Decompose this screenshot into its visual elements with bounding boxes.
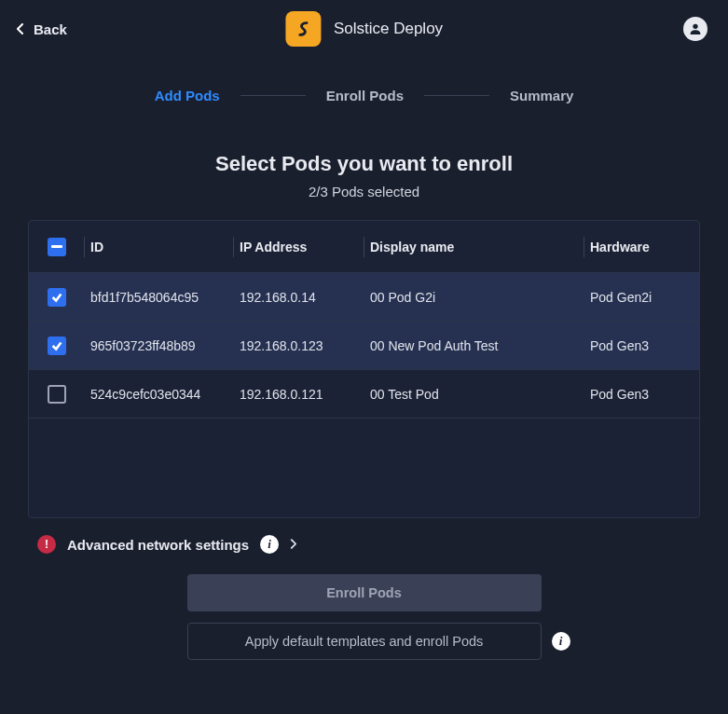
row-checkbox-cell — [40, 385, 85, 404]
step-enroll-pods[interactable]: Enroll Pods — [323, 88, 407, 103]
solstice-icon — [293, 19, 313, 39]
select-all-checkbox[interactable] — [48, 238, 66, 256]
enroll-pods-button[interactable]: Enroll Pods — [187, 574, 542, 611]
svg-point-0 — [693, 24, 697, 29]
row-checkbox-cell — [40, 336, 85, 355]
col-hardware[interactable]: Hardware — [584, 240, 688, 254]
row-checkbox[interactable] — [48, 288, 66, 307]
brand-text: Solstice Deploy — [334, 20, 443, 38]
advanced-settings-toggle[interactable]: ! Advanced network settings i — [37, 535, 691, 554]
apply-templates-button[interactable]: Apply default templates and enroll Pods … — [187, 623, 542, 660]
cell-display: 00 Pod G2i — [364, 290, 584, 305]
step-divider — [424, 95, 489, 96]
apply-templates-label: Apply default templates and enroll Pods — [245, 634, 484, 649]
cell-ip: 192.168.0.123 — [234, 338, 364, 353]
cell-ip: 192.168.0.14 — [234, 290, 364, 305]
app-header: Back Solstice Deploy — [0, 0, 728, 54]
col-display[interactable]: Display name — [364, 240, 584, 254]
row-checkbox-cell — [40, 288, 85, 307]
title-block: Select Pods you want to enroll 2/3 Pods … — [0, 152, 728, 199]
info-icon[interactable]: i — [260, 535, 279, 554]
wizard-stepper: Add Pods Enroll Pods Summary — [0, 88, 728, 103]
enroll-pods-label: Enroll Pods — [326, 585, 402, 600]
user-icon — [688, 21, 703, 36]
row-checkbox[interactable] — [48, 336, 66, 355]
cell-hardware: Pod Gen2i — [584, 290, 688, 305]
back-label: Back — [34, 21, 67, 37]
pods-table: ID IP Address Display name Hardware bfd1… — [28, 220, 700, 518]
table-row[interactable]: 965f03723ff48b89 192.168.0.123 00 New Po… — [29, 322, 699, 370]
cell-display: 00 New Pod Auth Test — [364, 338, 584, 353]
chevron-left-icon — [17, 23, 24, 34]
selection-count: 2/3 Pods selected — [0, 184, 728, 199]
row-checkbox[interactable] — [48, 385, 66, 404]
action-buttons: Enroll Pods Apply default templates and … — [187, 574, 542, 660]
step-summary[interactable]: Summary — [506, 88, 577, 103]
col-id[interactable]: ID — [85, 240, 234, 254]
step-add-pods[interactable]: Add Pods — [151, 88, 224, 103]
alert-icon: ! — [37, 535, 56, 554]
user-avatar[interactable] — [683, 17, 707, 41]
cell-id: bfd1f7b548064c95 — [85, 290, 234, 305]
cell-id: 965f03723ff48b89 — [85, 338, 234, 353]
table-header: ID IP Address Display name Hardware — [29, 221, 699, 273]
table-row[interactable]: 524c9cefc03e0344 192.168.0.121 00 Test P… — [29, 370, 699, 419]
cell-display: 00 Test Pod — [364, 387, 584, 402]
brand: Solstice Deploy — [285, 11, 443, 47]
col-ip[interactable]: IP Address — [234, 240, 364, 254]
cell-hardware: Pod Gen3 — [584, 338, 688, 353]
cell-hardware: Pod Gen3 — [584, 387, 688, 402]
step-divider — [240, 95, 306, 96]
page-title: Select Pods you want to enroll — [0, 152, 728, 176]
table-row[interactable]: bfd1f7b548064c95 192.168.0.14 00 Pod G2i… — [29, 273, 699, 322]
brand-logo — [285, 11, 321, 47]
info-icon[interactable]: i — [552, 632, 570, 651]
chevron-right-icon — [290, 536, 296, 553]
advanced-label: Advanced network settings — [67, 537, 249, 553]
cell-id: 524c9cefc03e0344 — [85, 387, 234, 402]
back-button[interactable]: Back — [17, 21, 67, 37]
select-all-cell — [40, 238, 85, 256]
cell-ip: 192.168.0.121 — [234, 387, 364, 402]
